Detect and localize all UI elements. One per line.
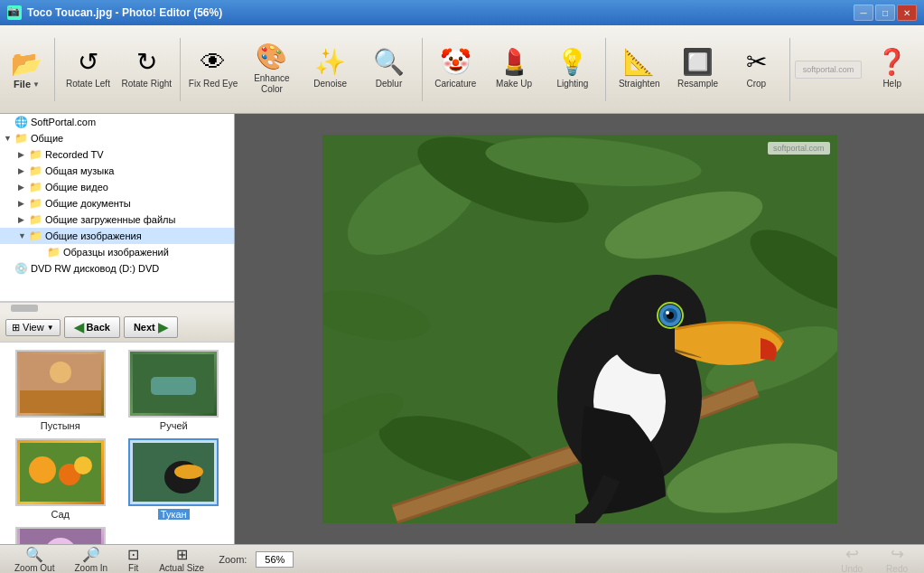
zoom-out-button[interactable]: 🔍 Zoom Out: [9, 544, 60, 574]
fix-red-eye-button[interactable]: 👁 Fix Red Eye: [185, 30, 242, 109]
app-icon: 📷: [7, 5, 22, 20]
undo-button[interactable]: ↩ Undo: [834, 542, 870, 573]
thumb-item-toucan[interactable]: Тукан: [121, 438, 228, 520]
maximize-button[interactable]: □: [875, 5, 895, 21]
tree-item-obschie[interactable]: ▼ 📁 Общие: [0, 130, 234, 146]
rotate-left-button[interactable]: ↺ Rotate Left: [60, 30, 117, 109]
thumb-img-toucan: [128, 438, 219, 506]
thumb-item-stream[interactable]: Ручей: [121, 350, 228, 431]
lighting-button[interactable]: 💡 Lighting: [545, 30, 602, 109]
enhance-color-button[interactable]: 🎨 Enhance Color: [243, 30, 300, 109]
thumb-item-garden[interactable]: Сад: [7, 438, 114, 520]
svg-rect-4: [151, 377, 196, 395]
thumb-item-desert[interactable]: Пустыня: [7, 350, 114, 431]
svg-point-8: [74, 456, 92, 474]
separator-3: [422, 38, 423, 101]
close-button[interactable]: ✕: [897, 5, 917, 21]
view-button[interactable]: ⊞ View ▼: [5, 319, 61, 336]
make-up-button[interactable]: 💄 Make Up: [486, 30, 543, 109]
thumb-label-toucan: Тукан: [158, 509, 190, 520]
zoom-out-icon: 🔍: [25, 546, 43, 563]
title-bar: 📷 Toco Toucan.jpg - Photo! Editor (56%) …: [0, 0, 924, 25]
next-button[interactable]: Next ▶: [124, 316, 178, 338]
zoom-in-button[interactable]: 🔎 Zoom In: [69, 544, 113, 574]
thumb-label-desert: Пустыня: [41, 420, 80, 431]
rotate-left-icon: ↺: [78, 50, 98, 75]
fix-red-eye-icon: 👁: [201, 50, 226, 75]
svg-point-32: [666, 311, 669, 315]
caricature-icon: 🤡: [440, 50, 471, 75]
toolbar-right: softportal.com: [795, 61, 863, 79]
actual-size-button[interactable]: ⊞ Actual Size: [154, 544, 210, 574]
watermark-toolbar: softportal.com: [795, 61, 863, 79]
undo-icon: ↩: [845, 544, 859, 564]
deblur-icon: 🔍: [373, 50, 405, 75]
denoise-icon: ✨: [314, 50, 346, 75]
help-icon: ❓: [876, 50, 908, 75]
zoom-input[interactable]: [256, 551, 294, 568]
window-controls: ─ □ ✕: [854, 5, 917, 21]
caricature-button[interactable]: 🤡 Caricature: [427, 30, 484, 109]
tree-item-downloads[interactable]: ▶ 📁 Общие загруженные файлы: [0, 211, 234, 228]
thumb-label-stream: Ручей: [160, 420, 188, 431]
watermark-overlay: softportal.com: [768, 142, 830, 155]
tree-item-docs[interactable]: ▶ 📁 Общие документы: [0, 195, 234, 211]
main-image-container: softportal.com: [322, 135, 837, 523]
zoom-label: Zoom:: [219, 554, 247, 565]
svg-point-2: [50, 362, 71, 383]
file-button[interactable]: 📂 File ▼: [4, 30, 50, 109]
fit-button[interactable]: ⊡ Fit: [122, 544, 145, 574]
svg-point-11: [174, 465, 203, 479]
straighten-icon: 📐: [623, 50, 655, 75]
view-dropdown-icon: ▼: [47, 324, 54, 332]
resample-icon: 🔲: [682, 50, 714, 75]
tree-item-dvd[interactable]: 💿 DVD RW дисковод (D:) DVD: [0, 260, 234, 277]
actual-size-icon: ⊞: [176, 546, 188, 563]
fit-icon: ⊡: [127, 546, 139, 563]
h-scrollbar[interactable]: [0, 302, 234, 313]
resample-button[interactable]: 🔲 Resample: [669, 30, 726, 109]
back-arrow-icon: ◀: [74, 320, 84, 334]
minimize-button[interactable]: ─: [854, 5, 873, 21]
status-bar: 🔍 Zoom Out 🔎 Zoom In ⊡ Fit ⊞ Actual Size…: [0, 544, 924, 573]
back-button[interactable]: ◀ Back: [64, 316, 120, 338]
toolbar: 📂 File ▼ ↺ Rotate Left ↻ Rotate Right 👁 …: [0, 25, 924, 114]
thumb-img-flower: [15, 527, 106, 544]
tree-item-samples[interactable]: 📁 Образцы изображений: [0, 244, 234, 260]
tree-item-recorded-tv[interactable]: ▶ 📁 Recorded TV: [0, 146, 234, 163]
tree-item-video[interactable]: ▶ 📁 Общие видео: [0, 179, 234, 195]
folder-tree[interactable]: 🌐 SoftPortal.com ▼ 📁 Общие ▶ 📁 Recorded …: [0, 114, 234, 302]
crop-icon: ✂: [746, 50, 767, 75]
tree-item-music[interactable]: ▶ 📁 Общая музыка: [0, 163, 234, 179]
thumb-img-garden: [15, 438, 106, 506]
thumb-img-stream: [128, 350, 219, 418]
main-area: 🌐 SoftPortal.com ▼ 📁 Общие ▶ 📁 Recorded …: [0, 114, 924, 544]
nav-bar: ⊞ View ▼ ◀ Back Next ▶: [0, 313, 234, 343]
next-arrow-icon: ▶: [158, 320, 168, 334]
lighting-icon: 💡: [556, 50, 588, 75]
window-title: Toco Toucan.jpg - Photo! Editor (56%): [27, 6, 854, 19]
make-up-icon: 💄: [499, 50, 530, 75]
deblur-button[interactable]: 🔍 Deblur: [360, 30, 417, 109]
file-icon: 📂: [11, 49, 42, 79]
thumb-label-garden: Сад: [51, 509, 70, 520]
rotate-right-button[interactable]: ↻ Rotate Right: [118, 30, 175, 109]
thumb-img-desert: [15, 350, 106, 418]
redo-icon: ↪: [891, 544, 904, 564]
separator-4: [605, 38, 606, 101]
help-button[interactable]: ❓ Help: [863, 30, 920, 109]
crop-button[interactable]: ✂ Crop: [728, 30, 785, 109]
straighten-button[interactable]: 📐 Straighten: [611, 30, 667, 109]
svg-rect-1: [20, 390, 101, 413]
denoise-button[interactable]: ✨ Denoise: [302, 30, 359, 109]
rotate-right-icon: ↻: [136, 50, 157, 75]
left-panel: 🌐 SoftPortal.com ▼ 📁 Общие ▶ 📁 Recorded …: [0, 114, 235, 544]
tree-item-softportal[interactable]: 🌐 SoftPortal.com: [0, 114, 234, 130]
redo-button[interactable]: ↪ Redo: [879, 542, 915, 573]
zoom-in-icon: 🔎: [82, 546, 100, 563]
thumbnail-grid: Пустыня Ручей: [0, 343, 234, 544]
separator-1: [54, 38, 55, 101]
thumb-item-flower[interactable]: Цветы гибискуса: [7, 527, 114, 544]
tree-item-images[interactable]: ▼ 📁 Общие изображения: [0, 228, 234, 244]
view-grid-icon: ⊞: [12, 322, 20, 333]
